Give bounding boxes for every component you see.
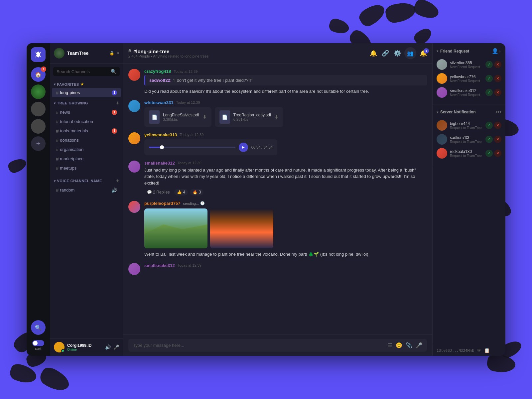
volume-icon[interactable]: 🔊 — [105, 344, 111, 350]
audio-progress-bar[interactable] — [149, 147, 235, 148]
copy-icon[interactable]: 📋 — [484, 348, 490, 353]
attachment-icon[interactable]: 📎 — [406, 342, 412, 348]
microphone-icon[interactable]: 🎤 — [416, 342, 422, 348]
list-icon[interactable]: ☰ — [388, 342, 392, 348]
friend-status: New Friend Request — [450, 93, 483, 97]
friend-info: yellowbear776 New Friend Request — [450, 74, 483, 83]
emoji-icon[interactable]: 😊 — [403, 70, 408, 75]
server-header[interactable]: TeamTree 🔒 ▾ — [50, 43, 123, 64]
accept-friend-button[interactable]: ✓ — [485, 61, 493, 68]
app-logo[interactable] — [31, 47, 46, 62]
download-icon[interactable]: ⬇ — [274, 114, 279, 120]
channel-description: Anything related to long pine trees — [153, 54, 208, 58]
notification-button[interactable]: 🔔 1 — [420, 50, 427, 57]
channel-item-donations[interactable]: # donations — [52, 136, 121, 145]
microphone-icon[interactable]: 🎤 — [113, 344, 119, 350]
friend-avatar — [437, 59, 447, 70]
home-button[interactable]: 🏠 1 — [31, 67, 46, 82]
download-icon[interactable]: ⬇ — [202, 114, 207, 120]
add-server-button[interactable]: + — [31, 136, 46, 151]
channel-item-long-pines[interactable]: # long-pines 1 — [52, 88, 121, 97]
friend-name: smallsnake312 — [450, 88, 483, 93]
message-content: crazyfrog418 Today at 12:39 sadwolf22: "… — [144, 69, 427, 95]
message-time: Today at 12:39 — [180, 133, 203, 137]
audio-player: ▶ 00:34 / 04:34 — [144, 139, 277, 155]
accept-friend-button[interactable]: ✓ — [485, 75, 493, 82]
tree-growing-section-header[interactable]: ▾ Tree Growing + — [50, 97, 123, 107]
message-time: Today at 12:39 — [176, 100, 200, 104]
channel-name: tutorial-education — [60, 119, 117, 124]
friend-avatar — [437, 73, 447, 84]
dark-mode-toggle[interactable]: Dark — [31, 339, 46, 352]
eye-icon[interactable]: 👁 — [477, 348, 481, 353]
more-icon[interactable]: ••• — [419, 264, 424, 270]
decline-notification-button[interactable]: ✕ — [494, 136, 501, 143]
accept-friend-button[interactable]: ✓ — [485, 89, 493, 96]
reply-icon[interactable]: ↩ — [396, 264, 400, 270]
channel-info: # #long-pine-tree 2,484 People • Anythin… — [128, 48, 366, 58]
bell-icon[interactable]: 🔔 — [370, 50, 377, 57]
favorites-section-header[interactable]: ▾ FAVORITES ★ — [50, 79, 123, 88]
message-input[interactable] — [133, 343, 384, 348]
server-avatar-2[interactable] — [31, 119, 46, 134]
decline-friend-button[interactable]: ✕ — [494, 75, 501, 82]
replies-badge[interactable]: 💬 2 Replies — [144, 189, 172, 196]
emoji-icon[interactable]: 😊 — [403, 264, 408, 270]
channel-item-organisation[interactable]: # organisation — [52, 145, 121, 154]
bookmark-icon[interactable]: 🔖 — [411, 162, 417, 167]
channel-item-tools[interactable]: # tools-materials 1 — [52, 126, 121, 135]
emoji-icon[interactable]: 😊 — [396, 342, 402, 348]
chat-header-icons: 🔔 🔗 ⚙️ — [370, 50, 401, 57]
add-voice-channel-button[interactable]: + — [116, 178, 119, 184]
voice-channel-section-header[interactable]: ▾ Voice Channel Name + — [50, 175, 123, 185]
add-channel-button[interactable]: + — [116, 100, 119, 106]
search-channels-box[interactable]: 🔍 — [53, 67, 120, 76]
add-friend-button[interactable]: 👤+ — [492, 48, 501, 54]
notification-item: bigbear444 Request to TeamTree ✓ ✕ — [437, 118, 501, 132]
reaction-thumbs-up[interactable]: 👍 4 — [174, 189, 188, 196]
quote-text: "I don't get it why the tree I plant die… — [173, 78, 252, 83]
settings-icon[interactable]: ⚙️ — [394, 50, 401, 57]
server-header-avatar — [54, 48, 65, 59]
channel-item-marketplace[interactable]: # marketplace — [52, 154, 121, 163]
message-image-mountain — [144, 208, 207, 248]
message-avatar — [128, 263, 140, 275]
decline-notification-button[interactable]: ✕ — [494, 150, 501, 157]
accept-notification-button[interactable]: ✓ — [485, 122, 493, 129]
voice-section-label: Voice Channel Name — [57, 179, 102, 183]
global-search-button[interactable]: 🔍 — [31, 320, 46, 335]
file-name: LongPineSalvics.pdf — [163, 113, 199, 117]
more-options-button[interactable]: ••• — [496, 109, 501, 115]
decline-friend-button[interactable]: ✕ — [494, 61, 501, 68]
reaction-fire[interactable]: 🔥 3 — [190, 189, 203, 196]
online-status-dot — [61, 349, 65, 352]
channel-name: long-pines — [60, 90, 112, 95]
bookmark-icon[interactable]: 🔖 — [411, 264, 417, 270]
tree-growing-label: Tree Growing — [57, 101, 88, 105]
channel-item-tutorial[interactable]: # tutorial-education — [52, 117, 121, 126]
accept-notification-button[interactable]: ✓ — [485, 136, 493, 143]
decline-notification-button[interactable]: ✕ — [494, 122, 501, 129]
reply-icon[interactable]: ↩ — [396, 162, 400, 167]
share-icon[interactable]: 🔗 — [382, 50, 389, 57]
channel-item-meetups[interactable]: # meetups — [52, 164, 121, 173]
server-avatar-tree[interactable] — [31, 84, 46, 99]
channel-item-random[interactable]: # random 🔊 — [52, 186, 121, 195]
audio-play-button[interactable]: ▶ — [239, 143, 248, 152]
notification-avatar — [437, 134, 447, 145]
bookmark-icon[interactable]: 🔖 — [411, 70, 417, 75]
emoji-icon[interactable]: 😊 — [403, 162, 408, 167]
channel-name: marketplace — [60, 156, 117, 161]
message-image-sunset — [210, 208, 273, 248]
more-icon[interactable]: ••• — [419, 70, 424, 75]
decline-friend-button[interactable]: ✕ — [494, 89, 501, 96]
people-button[interactable]: 👥 — [404, 47, 416, 59]
channel-item-news[interactable]: # news 1 — [52, 108, 121, 117]
message-header: purpleleopard757 sending... 🕐 — [144, 201, 427, 206]
reply-icon[interactable]: ↩ — [396, 70, 400, 75]
more-icon[interactable]: ••• — [419, 162, 424, 167]
search-channels-input[interactable] — [57, 69, 109, 74]
accept-notification-button[interactable]: ✓ — [485, 150, 493, 157]
server-avatar-1[interactable] — [31, 102, 46, 116]
server-notification-section: ▾ Server Notification ••• bigbear444 Req… — [433, 104, 505, 165]
